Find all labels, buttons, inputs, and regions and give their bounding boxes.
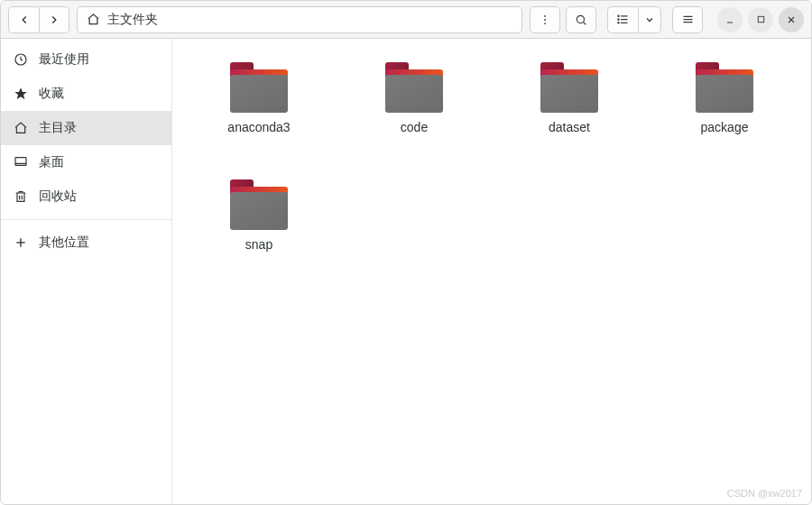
- folder-icon: [540, 62, 598, 113]
- svg-point-0: [544, 14, 546, 16]
- svg-rect-15: [758, 16, 763, 22]
- folder-label: code: [401, 120, 428, 134]
- maximize-icon: [756, 14, 766, 24]
- nav-buttons: [8, 6, 69, 33]
- folder-icon: [230, 179, 288, 230]
- kebab-icon: [539, 14, 551, 26]
- svg-point-10: [618, 23, 619, 23]
- folder-label: dataset: [549, 120, 590, 134]
- svg-line-4: [583, 22, 586, 24]
- close-icon: [786, 14, 797, 25]
- forward-button[interactable]: [39, 6, 69, 33]
- close-button[interactable]: [779, 7, 804, 32]
- home-icon: [87, 13, 100, 26]
- star-icon: [14, 87, 28, 101]
- folder-item[interactable]: code: [385, 57, 443, 174]
- svg-point-8: [618, 15, 619, 16]
- sidebar-item-trash[interactable]: 回收站: [1, 179, 171, 214]
- sidebar-item-label: 回收站: [39, 188, 77, 205]
- file-manager-window: 主文件夹: [0, 0, 812, 505]
- sidebar-item-label: 收藏: [39, 86, 64, 102]
- clock-icon: [14, 52, 28, 67]
- folder-item[interactable]: package: [696, 57, 753, 174]
- home-icon: [14, 121, 28, 135]
- svg-rect-20: [15, 158, 26, 166]
- desktop-icon: [14, 155, 28, 170]
- folder-icon: [385, 62, 443, 113]
- content-area: 最近使用 收藏 主目录 桌面 回收站 其他位置: [1, 39, 811, 504]
- minimize-icon: [724, 14, 735, 25]
- sidebar-item-label: 桌面: [39, 154, 64, 170]
- list-icon: [616, 13, 630, 26]
- sidebar-item-label: 其他位置: [39, 234, 89, 251]
- folder-icon: [230, 62, 288, 113]
- sidebar-item-label: 最近使用: [39, 51, 89, 68]
- folder-item[interactable]: dataset: [540, 57, 598, 174]
- folder-label: anaconda3: [227, 120, 290, 134]
- search-button[interactable]: [566, 6, 596, 33]
- more-actions-button[interactable]: [530, 6, 560, 33]
- sidebar-item-desktop[interactable]: 桌面: [1, 145, 171, 179]
- view-switcher: [607, 6, 661, 33]
- svg-marker-19: [14, 87, 26, 99]
- path-bar[interactable]: 主文件夹: [77, 6, 522, 33]
- sidebar-item-other-locations[interactable]: 其他位置: [1, 225, 171, 260]
- folder-item[interactable]: anaconda3: [227, 57, 290, 174]
- sidebar-item-recent[interactable]: 最近使用: [1, 42, 171, 77]
- folder-view[interactable]: anaconda3 code dataset package snap: [172, 39, 811, 504]
- maximize-button[interactable]: [748, 7, 773, 32]
- chevron-left-icon: [18, 14, 31, 26]
- list-view-button[interactable]: [607, 6, 638, 33]
- folder-icon: [696, 62, 753, 113]
- svg-point-9: [618, 19, 619, 20]
- sidebar-item-home[interactable]: 主目录: [1, 111, 171, 145]
- titlebar: 主文件夹: [1, 1, 811, 39]
- view-dropdown-button[interactable]: [638, 6, 661, 33]
- svg-point-2: [544, 23, 546, 24]
- plus-icon: [14, 235, 28, 250]
- chevron-right-icon: [48, 14, 60, 26]
- sidebar-item-starred[interactable]: 收藏: [1, 77, 171, 111]
- folder-item[interactable]: snap: [230, 174, 288, 291]
- minimize-button[interactable]: [717, 7, 743, 32]
- sidebar-separator: [1, 219, 171, 220]
- trash-icon: [14, 189, 28, 204]
- back-button[interactable]: [8, 6, 39, 33]
- menu-button[interactable]: [672, 6, 703, 33]
- path-label: 主文件夹: [107, 12, 158, 28]
- folder-label: package: [701, 120, 749, 134]
- sidebar: 最近使用 收藏 主目录 桌面 回收站 其他位置: [1, 39, 172, 504]
- watermark: CSDN @xw2017: [727, 488, 802, 499]
- search-icon: [575, 14, 587, 26]
- svg-point-1: [544, 19, 546, 21]
- chevron-down-icon: [644, 14, 655, 25]
- folder-label: snap: [245, 237, 272, 252]
- sidebar-item-label: 主目录: [39, 120, 77, 136]
- svg-point-3: [577, 15, 584, 23]
- window-controls: [717, 7, 804, 32]
- hamburger-icon: [681, 13, 695, 26]
